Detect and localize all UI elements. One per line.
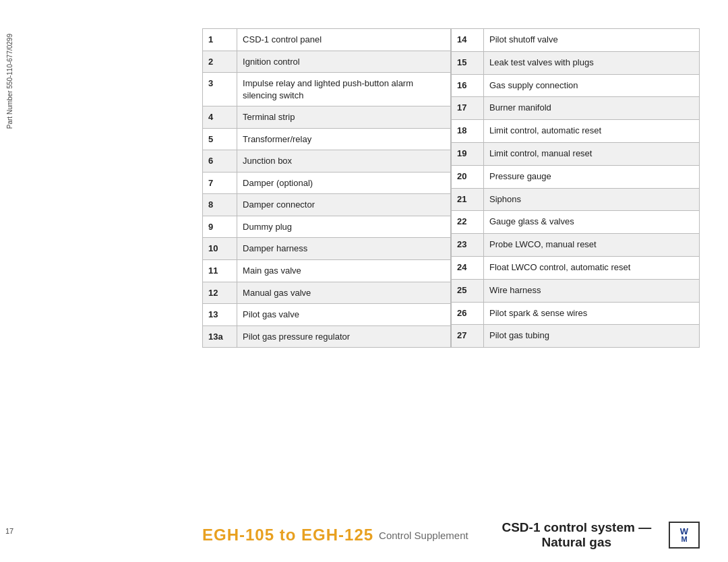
table-row: 17 Burner manifold: [452, 97, 700, 120]
row-desc: Damper (optional): [237, 172, 451, 194]
table-row: 3 Impulse relay and lighted push-button …: [203, 73, 451, 106]
table-row: 1 CSD-1 control panel: [203, 29, 451, 51]
table-row: 22 Gauge glass & valves: [452, 211, 700, 234]
table-row: 26 Pilot spark & sense wires: [452, 302, 700, 325]
row-desc: Pilot gas valve: [237, 304, 451, 326]
table-row: 24 Float LWCO control, automatic reset: [452, 256, 700, 279]
row-number: 19: [452, 142, 484, 165]
table-row: 4 Terminal strip: [203, 106, 451, 129]
row-desc: Damper harness: [237, 238, 451, 260]
row-number: 5: [203, 128, 237, 150]
row-number: 20: [452, 165, 484, 188]
row-desc: Main gas valve: [237, 260, 451, 282]
row-desc: Dummy plug: [237, 216, 451, 238]
table-row: 7 Damper (optional): [203, 172, 451, 194]
row-number: 11: [203, 260, 237, 282]
table-row: 5 Transformer/relay: [203, 128, 451, 150]
row-desc: Transformer/relay: [237, 128, 451, 150]
table-row: 21 Siphons: [452, 188, 700, 211]
logo-inner: W M: [680, 527, 688, 543]
row-number: 6: [203, 150, 237, 173]
row-number: 2: [203, 51, 237, 73]
page-container: Part Number 550-110-677/0299 17 1 CSD-1 …: [0, 0, 728, 562]
footer-logo: W M: [669, 522, 700, 549]
row-number: 25: [452, 279, 484, 302]
row-desc: Leak test valves with plugs: [484, 51, 700, 74]
table-row: 13a Pilot gas pressure regulator: [203, 325, 451, 348]
row-number: 15: [452, 51, 484, 74]
row-number: 16: [452, 74, 484, 97]
row-number: 1: [203, 29, 237, 51]
row-number: 21: [452, 188, 484, 211]
side-text: Part Number 550-110-677/0299: [5, 34, 15, 129]
row-number: 8: [203, 194, 237, 216]
table-row: 12 Manual gas valve: [203, 282, 451, 304]
row-desc: Pressure gauge: [484, 165, 700, 188]
left-parts-table: 1 CSD-1 control panel 2 Ignition control…: [202, 28, 451, 348]
footer: EGH-105 to EGH-125 Control Supplement CS…: [202, 520, 700, 550]
table-row: 8 Damper connector: [203, 194, 451, 216]
row-number: 14: [452, 29, 484, 52]
table-row: 13 Pilot gas valve: [203, 304, 451, 326]
row-desc: CSD-1 control panel: [237, 29, 451, 51]
row-desc: Junction box: [237, 150, 451, 173]
row-desc: Limit control, manual reset: [484, 142, 700, 165]
row-number: 17: [452, 97, 484, 120]
table-row: 23 Probe LWCO, manual reset: [452, 234, 700, 257]
row-desc: Ignition control: [237, 51, 451, 73]
table-row: 19 Limit control, manual reset: [452, 142, 700, 165]
row-desc: Gas supply connection: [484, 74, 700, 97]
table-row: 2 Ignition control: [203, 51, 451, 73]
table-row: 6 Junction box: [203, 150, 451, 173]
row-desc: Pilot gas pressure regulator: [237, 325, 451, 348]
right-parts-table: 14 Pilot shutoff valve 15 Leak test valv…: [451, 28, 700, 348]
row-desc: Limit control, automatic reset: [484, 120, 700, 143]
row-number: 10: [203, 238, 237, 260]
row-desc: Pilot shutoff valve: [484, 29, 700, 52]
footer-supplement: Control Supplement: [379, 530, 468, 541]
table-row: 18 Limit control, automatic reset: [452, 120, 700, 143]
part-number-label: Part Number 550-110-677/0299: [6, 34, 13, 129]
row-desc: Impulse relay and lighted push-button al…: [237, 73, 451, 106]
row-desc: Wire harness: [484, 279, 700, 302]
row-desc: Probe LWCO, manual reset: [484, 234, 700, 257]
row-number: 26: [452, 302, 484, 325]
row-number: 7: [203, 172, 237, 194]
table-row: 11 Main gas valve: [203, 260, 451, 282]
row-number: 4: [203, 106, 237, 129]
row-desc: Manual gas valve: [237, 282, 451, 304]
row-desc: Siphons: [484, 188, 700, 211]
row-number: 13a: [203, 325, 237, 348]
page-number: 17: [5, 527, 13, 535]
table-area: 1 CSD-1 control panel 2 Ignition control…: [202, 28, 700, 481]
row-desc: Pilot gas tubing: [484, 325, 700, 348]
row-number: 23: [452, 234, 484, 257]
table-wrapper: 1 CSD-1 control panel 2 Ignition control…: [202, 28, 700, 348]
row-desc: Burner manifold: [484, 97, 700, 120]
table-row: 9 Dummy plug: [203, 216, 451, 238]
row-desc: Damper connector: [237, 194, 451, 216]
row-number: 13: [203, 304, 237, 326]
row-desc: Gauge glass & valves: [484, 211, 700, 234]
footer-model: EGH-105 to EGH-125: [202, 526, 373, 544]
row-number: 18: [452, 120, 484, 143]
row-desc: Pilot spark & sense wires: [484, 302, 700, 325]
page-number-label: 17: [5, 527, 13, 535]
table-row: 10 Damper harness: [203, 238, 451, 260]
row-desc: Float LWCO control, automatic reset: [484, 256, 700, 279]
table-row: 15 Leak test valves with plugs: [452, 51, 700, 74]
row-desc: Terminal strip: [237, 106, 451, 129]
row-number: 27: [452, 325, 484, 348]
table-row: 20 Pressure gauge: [452, 165, 700, 188]
table-row: 14 Pilot shutoff valve: [452, 29, 700, 52]
table-row: 27 Pilot gas tubing: [452, 325, 700, 348]
row-number: 22: [452, 211, 484, 234]
row-number: 3: [203, 73, 237, 106]
footer-title: CSD-1 control system — Natural gas: [495, 520, 658, 550]
row-number: 24: [452, 256, 484, 279]
row-number: 9: [203, 216, 237, 238]
logo-bottom: M: [681, 536, 687, 543]
table-row: 25 Wire harness: [452, 279, 700, 302]
table-row: 16 Gas supply connection: [452, 74, 700, 97]
row-number: 12: [203, 282, 237, 304]
